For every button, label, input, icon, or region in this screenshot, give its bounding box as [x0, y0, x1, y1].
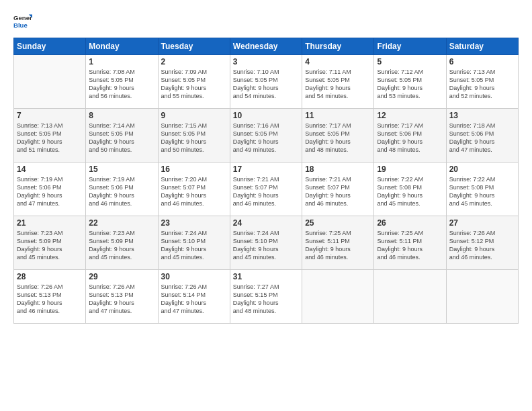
day-info: Sunrise: 7:26 AM Sunset: 5:13 PM Dayligh… — [89, 283, 154, 316]
day-number: 8 — [89, 111, 154, 120]
day-number: 9 — [161, 111, 227, 120]
calendar-cell: 17Sunrise: 7:21 AM Sunset: 5:07 PM Dayli… — [230, 163, 302, 216]
calendar-cell: 9Sunrise: 7:15 AM Sunset: 5:05 PM Daylig… — [158, 109, 230, 163]
day-number: 6 — [449, 57, 515, 66]
day-info: Sunrise: 7:24 AM Sunset: 5:10 PM Dayligh… — [161, 229, 227, 262]
day-number: 24 — [233, 218, 299, 228]
day-number: 30 — [161, 272, 227, 281]
calendar-cell — [446, 270, 518, 324]
page-container: General Blue SundayMondayTuesdayWednesda… — [0, 0, 532, 411]
day-info: Sunrise: 7:10 AM Sunset: 5:05 PM Dayligh… — [233, 68, 299, 101]
calendar-header-sunday: Sunday — [14, 38, 86, 55]
day-number: 31 — [233, 272, 299, 281]
calendar-week-row: 14Sunrise: 7:19 AM Sunset: 5:06 PM Dayli… — [14, 163, 519, 216]
day-info: Sunrise: 7:17 AM Sunset: 5:05 PM Dayligh… — [305, 122, 371, 154]
calendar-cell: 29Sunrise: 7:26 AM Sunset: 5:13 PM Dayli… — [86, 270, 158, 324]
day-info: Sunrise: 7:17 AM Sunset: 5:06 PM Dayligh… — [377, 122, 443, 154]
day-info: Sunrise: 7:12 AM Sunset: 5:05 PM Dayligh… — [377, 68, 443, 101]
calendar-header-monday: Monday — [86, 38, 158, 55]
calendar-header-friday: Friday — [374, 38, 446, 55]
day-number: 20 — [449, 165, 515, 174]
logo: General Blue — [13, 12, 32, 31]
calendar-cell: 2Sunrise: 7:09 AM Sunset: 5:05 PM Daylig… — [158, 55, 230, 109]
calendar-week-row: 28Sunrise: 7:26 AM Sunset: 5:13 PM Dayli… — [14, 270, 519, 324]
calendar-cell: 31Sunrise: 7:27 AM Sunset: 5:15 PM Dayli… — [230, 270, 302, 324]
calendar-cell: 25Sunrise: 7:25 AM Sunset: 5:11 PM Dayli… — [302, 216, 374, 270]
day-info: Sunrise: 7:22 AM Sunset: 5:08 PM Dayligh… — [377, 175, 443, 208]
day-number: 5 — [377, 57, 443, 66]
day-number: 13 — [449, 111, 515, 120]
day-number: 22 — [89, 218, 154, 228]
calendar-cell: 22Sunrise: 7:23 AM Sunset: 5:09 PM Dayli… — [86, 216, 158, 270]
calendar-cell: 24Sunrise: 7:24 AM Sunset: 5:10 PM Dayli… — [230, 216, 302, 270]
calendar-cell: 11Sunrise: 7:17 AM Sunset: 5:05 PM Dayli… — [302, 109, 374, 163]
calendar-cell: 28Sunrise: 7:26 AM Sunset: 5:13 PM Dayli… — [14, 270, 86, 324]
calendar-cell: 12Sunrise: 7:17 AM Sunset: 5:06 PM Dayli… — [374, 109, 446, 163]
day-number: 1 — [89, 57, 154, 66]
day-info: Sunrise: 7:13 AM Sunset: 5:05 PM Dayligh… — [449, 68, 515, 101]
day-number: 10 — [233, 111, 299, 120]
day-number: 21 — [17, 218, 83, 228]
calendar-cell — [374, 270, 446, 324]
day-info: Sunrise: 7:26 AM Sunset: 5:12 PM Dayligh… — [449, 229, 515, 262]
day-info: Sunrise: 7:09 AM Sunset: 5:05 PM Dayligh… — [161, 68, 227, 101]
calendar-header-thursday: Thursday — [302, 38, 374, 55]
day-number: 14 — [17, 165, 83, 174]
day-info: Sunrise: 7:26 AM Sunset: 5:13 PM Dayligh… — [17, 283, 83, 316]
day-number: 3 — [233, 57, 299, 66]
day-number: 23 — [161, 218, 227, 228]
calendar-week-row: 1Sunrise: 7:08 AM Sunset: 5:05 PM Daylig… — [14, 55, 519, 109]
calendar-cell — [14, 55, 86, 109]
day-info: Sunrise: 7:22 AM Sunset: 5:08 PM Dayligh… — [449, 175, 515, 208]
page-header: General Blue — [13, 12, 519, 31]
calendar-cell: 7Sunrise: 7:13 AM Sunset: 5:05 PM Daylig… — [14, 109, 86, 163]
day-info: Sunrise: 7:16 AM Sunset: 5:05 PM Dayligh… — [233, 122, 299, 154]
calendar-cell — [302, 270, 374, 324]
calendar-cell: 20Sunrise: 7:22 AM Sunset: 5:08 PM Dayli… — [446, 163, 518, 216]
day-info: Sunrise: 7:20 AM Sunset: 5:07 PM Dayligh… — [161, 175, 227, 208]
day-number: 11 — [305, 111, 371, 120]
calendar-header-saturday: Saturday — [446, 38, 518, 55]
day-info: Sunrise: 7:15 AM Sunset: 5:05 PM Dayligh… — [161, 122, 227, 154]
day-number: 12 — [377, 111, 443, 120]
logo-icon: General Blue — [13, 12, 32, 31]
day-info: Sunrise: 7:18 AM Sunset: 5:06 PM Dayligh… — [449, 122, 515, 154]
day-info: Sunrise: 7:19 AM Sunset: 5:06 PM Dayligh… — [17, 175, 83, 208]
calendar-cell: 8Sunrise: 7:14 AM Sunset: 5:05 PM Daylig… — [86, 109, 158, 163]
calendar-cell: 21Sunrise: 7:23 AM Sunset: 5:09 PM Dayli… — [14, 216, 86, 270]
calendar-cell: 4Sunrise: 7:11 AM Sunset: 5:05 PM Daylig… — [302, 55, 374, 109]
day-info: Sunrise: 7:21 AM Sunset: 5:07 PM Dayligh… — [233, 175, 299, 208]
day-info: Sunrise: 7:08 AM Sunset: 5:05 PM Dayligh… — [89, 68, 154, 101]
calendar-header-tuesday: Tuesday — [158, 38, 230, 55]
calendar-header-wednesday: Wednesday — [230, 38, 302, 55]
calendar-header-row: SundayMondayTuesdayWednesdayThursdayFrid… — [14, 38, 519, 55]
calendar-cell: 19Sunrise: 7:22 AM Sunset: 5:08 PM Dayli… — [374, 163, 446, 216]
day-info: Sunrise: 7:27 AM Sunset: 5:15 PM Dayligh… — [233, 283, 299, 316]
svg-text:Blue: Blue — [13, 21, 28, 29]
calendar-table: SundayMondayTuesdayWednesdayThursdayFrid… — [13, 38, 519, 324]
calendar-cell: 23Sunrise: 7:24 AM Sunset: 5:10 PM Dayli… — [158, 216, 230, 270]
day-number: 17 — [233, 165, 299, 174]
day-number: 27 — [449, 218, 515, 228]
day-info: Sunrise: 7:25 AM Sunset: 5:11 PM Dayligh… — [305, 229, 371, 262]
day-number: 29 — [89, 272, 154, 281]
day-info: Sunrise: 7:13 AM Sunset: 5:05 PM Dayligh… — [17, 122, 83, 154]
day-info: Sunrise: 7:21 AM Sunset: 5:07 PM Dayligh… — [305, 175, 371, 208]
calendar-cell: 18Sunrise: 7:21 AM Sunset: 5:07 PM Dayli… — [302, 163, 374, 216]
day-number: 26 — [377, 218, 443, 228]
day-info: Sunrise: 7:11 AM Sunset: 5:05 PM Dayligh… — [305, 68, 371, 101]
day-number: 16 — [161, 165, 227, 174]
calendar-cell: 10Sunrise: 7:16 AM Sunset: 5:05 PM Dayli… — [230, 109, 302, 163]
calendar-cell: 16Sunrise: 7:20 AM Sunset: 5:07 PM Dayli… — [158, 163, 230, 216]
day-info: Sunrise: 7:23 AM Sunset: 5:09 PM Dayligh… — [17, 229, 83, 262]
day-number: 18 — [305, 165, 371, 174]
calendar-cell: 6Sunrise: 7:13 AM Sunset: 5:05 PM Daylig… — [446, 55, 518, 109]
day-info: Sunrise: 7:24 AM Sunset: 5:10 PM Dayligh… — [233, 229, 299, 262]
calendar-week-row: 7Sunrise: 7:13 AM Sunset: 5:05 PM Daylig… — [14, 109, 519, 163]
calendar-week-row: 21Sunrise: 7:23 AM Sunset: 5:09 PM Dayli… — [14, 216, 519, 270]
day-number: 7 — [17, 111, 83, 120]
svg-text:General: General — [13, 14, 32, 21]
calendar-cell: 1Sunrise: 7:08 AM Sunset: 5:05 PM Daylig… — [86, 55, 158, 109]
day-number: 28 — [17, 272, 83, 281]
calendar-cell: 27Sunrise: 7:26 AM Sunset: 5:12 PM Dayli… — [446, 216, 518, 270]
